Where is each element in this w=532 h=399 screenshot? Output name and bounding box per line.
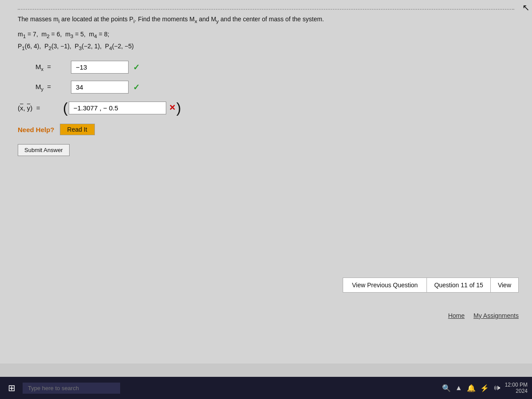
problem-params: m1 = 7, m2 = 6, m3 = 5, m4 = 8; P1(6, 4)… [18,29,514,53]
my-input[interactable] [71,81,129,94]
cursor-icon: ↖ [522,2,530,13]
taskbar: ⊞ 🔍 ▲ 🔔 ⚡ 🕪 12:00 PM2024 [0,377,532,399]
main-content: ↖ The masses mi are located at the point… [0,0,532,364]
start-button[interactable]: ⊞ [4,381,19,395]
bottom-nav: View Previous Question Question 11 of 15… [343,278,519,293]
problem-statement: The masses mi are located at the points … [18,9,514,53]
need-help-label: Need Help? [18,126,55,133]
params-line2: P1(6, 4), P2(3, −1), P3(−2, 1), P4(−2, −… [18,41,514,53]
home-link[interactable]: Home [448,312,465,319]
submit-answer-button[interactable]: Submit Answer [18,144,70,156]
mx-row: Mx = ✓ [35,61,514,74]
xy-row: (x, y) = ( ✕ ) [18,101,514,115]
xy-error-icon: ✕ [169,103,176,113]
my-assignments-link[interactable]: My Assignments [473,312,519,319]
params-line1: m1 = 7, m2 = 6, m3 = 5, m4 = 8; [18,29,514,41]
read-it-button[interactable]: Read It [60,124,95,135]
mx-label: Mx = [35,63,71,72]
xy-input[interactable] [69,102,166,114]
taskbar-icon-2[interactable]: 🔔 [467,384,476,392]
close-paren: ) [176,101,181,115]
footer-links: Home My Assignments [448,312,519,319]
xy-label: (x, y) = [18,104,62,112]
taskbar-icon-3[interactable]: ⚡ [480,384,489,392]
problem-text: The masses mi are located at the points … [18,14,514,25]
my-row: My = ✓ [35,81,514,94]
my-label: My = [35,83,71,92]
mx-input[interactable] [71,61,129,74]
taskbar-icon-1[interactable]: ▲ [455,384,462,392]
my-check-icon: ✓ [133,82,140,92]
mx-check-icon: ✓ [133,63,140,72]
view-previous-question-button[interactable]: View Previous Question [343,278,427,293]
search-icon[interactable]: 🔍 [442,384,451,392]
taskbar-time: 12:00 PM2024 [505,382,528,394]
open-paren: ( [63,101,68,115]
submit-row: Submit Answer [18,144,514,156]
view-next-button[interactable]: View [491,278,519,293]
need-help-row: Need Help? Read It [18,124,514,135]
taskbar-icon-4[interactable]: 🕪 [493,384,501,392]
taskbar-search-input[interactable] [23,383,120,394]
taskbar-icons: 🔍 ▲ 🔔 ⚡ 🕪 12:00 PM2024 [442,382,528,394]
question-counter: Question 11 of 15 [427,278,491,293]
